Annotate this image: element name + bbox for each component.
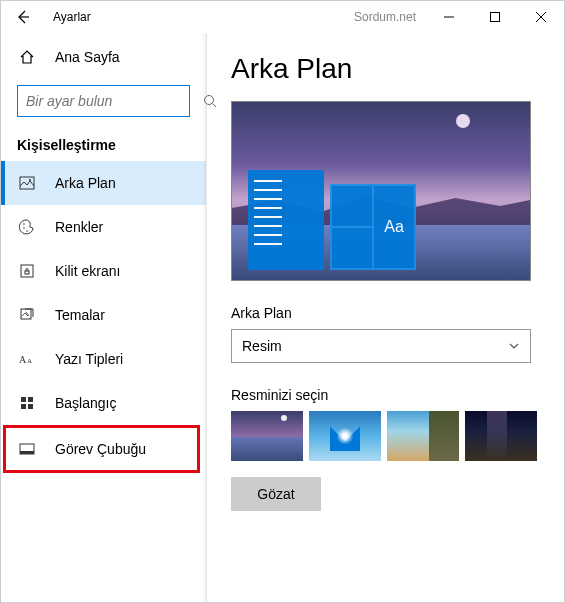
search-input-wrapper[interactable]: [17, 85, 190, 117]
home-label: Ana Sayfa: [55, 49, 120, 65]
svg-point-5: [23, 227, 25, 229]
svg-rect-12: [21, 397, 26, 402]
svg-rect-0: [491, 13, 500, 22]
titlebar: Ayarlar Sordum.net: [1, 1, 564, 33]
section-title: Kişiselleştirme: [1, 127, 206, 161]
window-title: Ayarlar: [53, 10, 91, 24]
svg-point-4: [23, 223, 25, 225]
watermark-text: Sordum.net: [354, 10, 416, 24]
image-thumbnail[interactable]: [465, 411, 537, 461]
nav-label: Başlangıç: [55, 395, 116, 411]
fonts-icon: AA: [17, 352, 37, 366]
nav-item-background[interactable]: Arka Plan: [1, 161, 206, 205]
close-button[interactable]: [518, 1, 564, 33]
palette-icon: [17, 219, 37, 235]
nav-item-themes[interactable]: Temalar: [1, 293, 206, 337]
chevron-down-icon: [508, 340, 520, 352]
desktop-preview: Aa: [231, 101, 531, 281]
back-button[interactable]: [9, 3, 37, 31]
nav-label: Görev Çubuğu: [55, 441, 146, 457]
start-icon: [17, 395, 37, 411]
svg-point-1: [205, 96, 214, 105]
svg-text:A: A: [27, 357, 32, 365]
nav-item-taskbar[interactable]: Görev Çubuğu: [3, 425, 200, 473]
lockscreen-icon: [17, 263, 37, 279]
choose-image-label: Resminizi seçin: [231, 387, 540, 403]
nav-item-start[interactable]: Başlangıç: [1, 381, 206, 425]
image-thumbnail[interactable]: [231, 411, 303, 461]
main-content: Arka Plan Aa Arka Plan Resim Resminizi s…: [207, 33, 564, 602]
minimize-button[interactable]: [426, 1, 472, 33]
preview-start-menu: [248, 170, 324, 270]
svg-point-6: [26, 230, 28, 232]
image-thumbnail[interactable]: [309, 411, 381, 461]
taskbar-icon: [17, 441, 37, 457]
nav-label: Temalar: [55, 307, 105, 323]
picture-icon: [17, 175, 37, 191]
background-field-label: Arka Plan: [231, 305, 540, 321]
nav-label: Arka Plan: [55, 175, 116, 191]
svg-rect-14: [21, 404, 26, 409]
svg-text:A: A: [19, 354, 27, 365]
nav-item-colors[interactable]: Renkler: [1, 205, 206, 249]
nav-item-lockscreen[interactable]: Kilit ekranı: [1, 249, 206, 293]
maximize-button[interactable]: [472, 1, 518, 33]
svg-point-3: [29, 179, 31, 181]
browse-button[interactable]: Gözat: [231, 477, 321, 511]
home-icon: [17, 49, 37, 65]
nav-label: Kilit ekranı: [55, 263, 120, 279]
themes-icon: [17, 307, 37, 323]
svg-rect-15: [28, 404, 33, 409]
sidebar: Ana Sayfa Kişiselleştirme Arka Plan Renk…: [1, 33, 207, 602]
preview-tiles: Aa: [330, 184, 416, 270]
image-thumbnail[interactable]: [387, 411, 459, 461]
dropdown-value: Resim: [242, 338, 282, 354]
search-icon: [203, 94, 217, 108]
preview-sample-text: Aa: [374, 186, 414, 268]
search-input[interactable]: [26, 93, 203, 109]
nav-label: Renkler: [55, 219, 103, 235]
svg-rect-13: [28, 397, 33, 402]
svg-rect-8: [25, 271, 29, 274]
background-dropdown[interactable]: Resim: [231, 329, 531, 363]
nav-item-fonts[interactable]: AA Yazı Tipleri: [1, 337, 206, 381]
image-thumbnails: [231, 411, 540, 461]
svg-rect-17: [20, 451, 34, 454]
page-title: Arka Plan: [231, 53, 540, 85]
nav-label: Yazı Tipleri: [55, 351, 123, 367]
home-link[interactable]: Ana Sayfa: [1, 33, 206, 81]
